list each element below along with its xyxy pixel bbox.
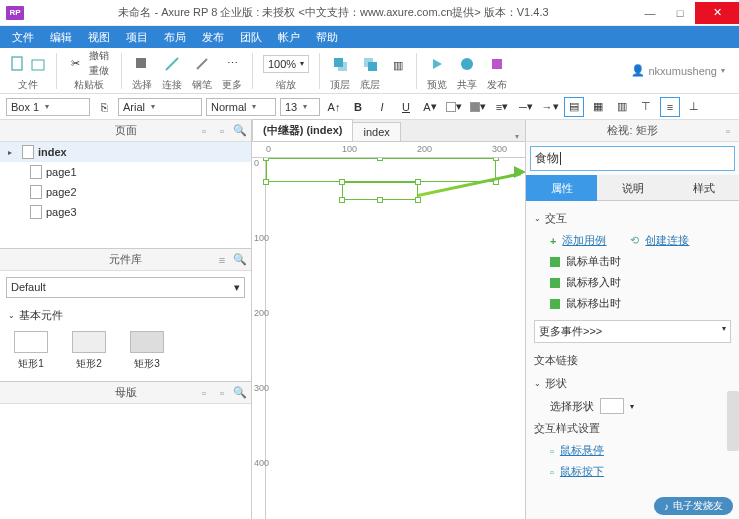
page-row-index[interactable]: ▸index <box>0 142 251 162</box>
line-width-button[interactable]: ≡▾ <box>492 97 512 117</box>
bold-button[interactable]: B <box>348 97 368 117</box>
add-master-icon[interactable]: ▫ <box>197 386 211 400</box>
user-menu[interactable]: 👤 nkxumusheng ▾ <box>631 64 734 77</box>
align-right-button[interactable]: ▥ <box>612 97 632 117</box>
maximize-button[interactable]: □ <box>665 2 695 24</box>
lib-shape-rect3[interactable]: 矩形3 <box>130 331 164 371</box>
valign-bottom-button[interactable]: ⊥ <box>684 97 704 117</box>
fill-color-button[interactable]: ▾ <box>444 97 464 117</box>
search-icon[interactable]: 🔍 <box>233 124 247 138</box>
line-style-button[interactable]: ─▾ <box>516 97 536 117</box>
pen-tool-icon[interactable] <box>194 56 210 72</box>
font-size-combo[interactable]: 13▾ <box>280 98 320 116</box>
font-increase-icon[interactable]: A↑ <box>324 97 344 117</box>
underline-button[interactable]: U <box>396 97 416 117</box>
cut-icon[interactable]: ✂ <box>67 56 83 72</box>
select-tool-icon[interactable] <box>134 56 150 72</box>
connect-tool-icon[interactable] <box>164 56 180 72</box>
menu-view[interactable]: 视图 <box>80 26 118 48</box>
zoom-combo[interactable]: 100%▾ <box>263 55 309 73</box>
close-button[interactable]: ✕ <box>695 2 739 24</box>
ix-down-link[interactable]: 鼠标按下 <box>560 464 604 479</box>
menu-help[interactable]: 帮助 <box>308 26 346 48</box>
menu-publish[interactable]: 发布 <box>194 26 232 48</box>
page-icon[interactable]: ▫ <box>721 124 735 138</box>
widget-name-input[interactable]: 食物 <box>530 146 735 171</box>
more-tools-icon[interactable]: ⋯ <box>224 56 240 72</box>
add-folder-icon[interactable]: ▫ <box>215 124 229 138</box>
page-row[interactable]: page2 <box>0 182 251 202</box>
section-interactions[interactable]: ⌄交互 <box>534 207 731 230</box>
ruler-icon[interactable]: ▥ <box>390 57 406 73</box>
menu-edit[interactable]: 编辑 <box>42 26 80 48</box>
share-label: 共享 <box>457 78 477 92</box>
preview-icon[interactable] <box>429 56 445 72</box>
ix-hover-link[interactable]: 鼠标悬停 <box>560 443 604 458</box>
redo-button[interactable]: 重做 <box>87 64 111 78</box>
selected-widget[interactable] <box>266 158 496 182</box>
font-combo[interactable]: Arial▾ <box>118 98 202 116</box>
event-mouseleave[interactable]: 鼠标移出时 <box>534 293 731 314</box>
align-left-button[interactable]: ▤ <box>564 97 584 117</box>
event-icon <box>550 299 560 309</box>
menu-file[interactable]: 文件 <box>4 26 42 48</box>
tab-style[interactable]: 样式 <box>668 175 739 201</box>
select-shape-row[interactable]: 选择形状▾ <box>534 395 731 417</box>
library-set-combo[interactable]: Default▾ <box>6 277 245 298</box>
canvas-tab[interactable]: index <box>352 122 400 141</box>
lib-menu-icon[interactable]: ≡ <box>215 253 229 267</box>
library-section[interactable]: ⌄基本元件 <box>6 304 245 327</box>
menu-project[interactable]: 项目 <box>118 26 156 48</box>
minimize-button[interactable]: — <box>635 2 665 24</box>
more-events-combo[interactable]: 更多事件>>>▾ <box>534 320 731 343</box>
search-icon[interactable]: 🔍 <box>233 386 247 400</box>
event-click[interactable]: 鼠标单击时 <box>534 251 731 272</box>
add-folder-icon[interactable]: ▫ <box>215 386 229 400</box>
font-color-button[interactable]: A▾ <box>420 97 440 117</box>
section-textlink[interactable]: 文本链接 <box>534 349 731 372</box>
tab-properties[interactable]: 属性 <box>526 175 597 201</box>
create-link-link[interactable]: 创建连接 <box>645 233 689 248</box>
lib-shape-rect1[interactable]: 矩形1 <box>14 331 48 371</box>
add-page-icon[interactable]: ▫ <box>197 124 211 138</box>
send-back-icon[interactable] <box>362 56 378 72</box>
section-shape[interactable]: ⌄形状 <box>534 372 731 395</box>
undo-button[interactable]: 撤销 <box>87 49 111 63</box>
inspector-scrollbar[interactable] <box>727 391 739 451</box>
valign-mid-button[interactable]: ≡ <box>660 97 680 117</box>
event-mouseenter[interactable]: 鼠标移入时 <box>534 272 731 293</box>
widget-name-combo[interactable]: Box 1▾ <box>6 98 90 116</box>
publish-icon[interactable] <box>489 56 505 72</box>
pages-tree[interactable]: ▸index page1 page2 page3 <box>0 142 251 248</box>
canvas-tab-active[interactable]: (中继器) (index) <box>252 119 353 141</box>
svg-rect-0 <box>12 57 22 70</box>
file-group-label: 文件 <box>18 78 38 92</box>
tab-notes[interactable]: 说明 <box>597 175 668 201</box>
menu-account[interactable]: 帐户 <box>270 26 308 48</box>
italic-button[interactable]: I <box>372 97 392 117</box>
arrow-style-button[interactable]: →▾ <box>540 97 560 117</box>
window-title: 未命名 - Axure RP 8 企业版 : 未授权 <中文支持：www.axu… <box>32 5 635 20</box>
library-panel-header: 元件库 ≡🔍 <box>0 249 251 271</box>
new-file-icon[interactable] <box>10 56 26 72</box>
menu-layout[interactable]: 布局 <box>156 26 194 48</box>
menu-team[interactable]: 团队 <box>232 26 270 48</box>
border-color-button[interactable]: ▾ <box>468 97 488 117</box>
canvas-tabs: (中继器) (index) index ▾ <box>252 120 525 142</box>
share-icon[interactable] <box>459 56 475 72</box>
design-canvas[interactable]: 0 100 200 300 400 <box>252 158 525 519</box>
bring-front-icon[interactable] <box>332 56 348 72</box>
copy-icon[interactable]: ⎘ <box>94 97 114 117</box>
tab-menu-icon[interactable]: ▾ <box>509 132 525 141</box>
add-case-link[interactable]: 添加用例 <box>562 233 606 248</box>
page-row[interactable]: page3 <box>0 202 251 222</box>
open-file-icon[interactable] <box>30 56 46 72</box>
align-center-button[interactable]: ▦ <box>588 97 608 117</box>
page-row[interactable]: page1 <box>0 162 251 182</box>
masters-panel-header: 母版 ▫▫🔍 <box>0 382 251 404</box>
lib-shape-rect2[interactable]: 矩形2 <box>72 331 106 371</box>
connect-label: 连接 <box>162 78 182 92</box>
font-weight-combo[interactable]: Normal▾ <box>206 98 276 116</box>
valign-top-button[interactable]: ⊤ <box>636 97 656 117</box>
search-icon[interactable]: 🔍 <box>233 253 247 267</box>
